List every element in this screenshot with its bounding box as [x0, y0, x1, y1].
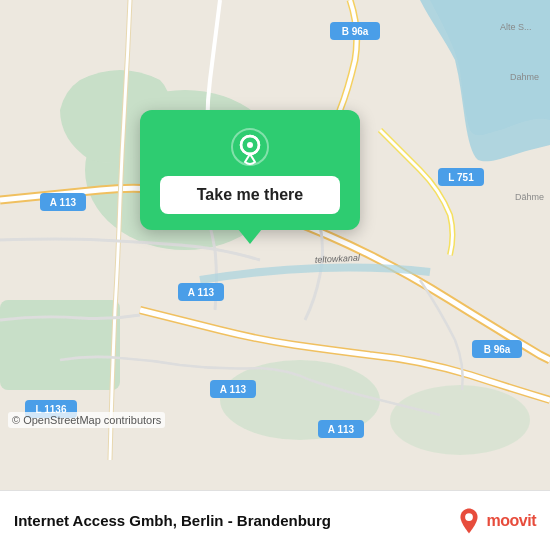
svg-text:L 751: L 751	[448, 172, 474, 183]
svg-text:A 113: A 113	[220, 384, 247, 395]
svg-text:B 96a: B 96a	[342, 26, 369, 37]
map-container: B 96a L 751 A 113 A 113 A 113 A 113 L 11…	[0, 0, 550, 490]
moovit-pin-icon	[455, 507, 483, 535]
bottom-bar: Internet Access Gmbh, Berlin - Brandenbu…	[0, 490, 550, 550]
popup-card: Take me there	[140, 110, 360, 230]
take-me-there-button[interactable]: Take me there	[160, 176, 340, 214]
svg-text:Dähme: Dähme	[515, 192, 544, 202]
svg-point-4	[390, 385, 530, 455]
svg-text:Dahme: Dahme	[510, 72, 539, 82]
svg-text:A 113: A 113	[328, 424, 355, 435]
map-attribution: © OpenStreetMap contributors	[8, 412, 165, 428]
moovit-brand-text: moovit	[487, 512, 536, 530]
svg-text:A 113: A 113	[50, 197, 77, 208]
place-name: Internet Access Gmbh, Berlin - Brandenbu…	[14, 512, 445, 529]
location-pin-icon	[231, 128, 269, 166]
svg-point-27	[247, 142, 253, 148]
svg-point-29	[465, 513, 473, 521]
svg-text:B 96a: B 96a	[484, 344, 511, 355]
svg-text:A 113: A 113	[188, 287, 215, 298]
moovit-logo: moovit	[455, 507, 536, 535]
svg-rect-2	[0, 300, 120, 390]
svg-text:Alte S...: Alte S...	[500, 22, 532, 32]
place-info: Internet Access Gmbh, Berlin - Brandenbu…	[14, 512, 445, 529]
